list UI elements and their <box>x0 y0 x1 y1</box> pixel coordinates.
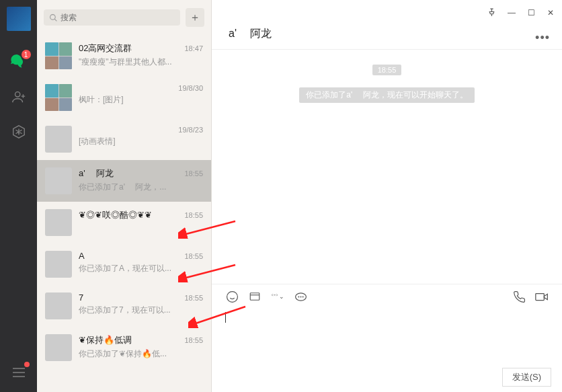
svg-point-5 <box>298 297 298 297</box>
message-area: 18:55 你已添加了a'ゞ 阿龙，现在可以开始聊天了。 <box>212 50 562 284</box>
svg-point-2 <box>227 291 237 302</box>
message-input[interactable] <box>212 309 562 362</box>
chat-time: 19/8/30 <box>178 84 203 92</box>
chat-time: 19/8/23 <box>178 126 203 134</box>
emoji-icon[interactable] <box>225 290 239 303</box>
chat-time: 18:47 <box>184 44 203 52</box>
pin-icon[interactable] <box>488 8 495 19</box>
chat-avatar <box>45 84 72 111</box>
chat-item[interactable]: ❦◎❦咲◎酷◎❦❦18:55 <box>37 202 211 243</box>
close-icon[interactable]: ✕ <box>547 8 554 19</box>
chat-name: 7 <box>79 292 83 303</box>
chat-title: a'ゞ 阿龙 <box>212 27 535 49</box>
chat-time: 18:55 <box>184 169 203 178</box>
svg-rect-8 <box>536 293 545 300</box>
chat-preview: 枫叶：[图片] <box>79 94 203 106</box>
chat-item[interactable]: 19/8/30枫叶：[图片] <box>37 77 211 118</box>
chat-avatar <box>45 126 72 153</box>
chat-time: 18:55 <box>184 294 203 302</box>
chat-item[interactable]: 718:55你已添加了7，现在可以... <box>37 285 211 327</box>
minimize-icon[interactable]: — <box>508 8 516 19</box>
contacts-nav-icon[interactable] <box>9 87 28 106</box>
maximize-icon[interactable]: ☐ <box>528 8 535 19</box>
chat-name: 02高网交流群 <box>79 42 132 54</box>
screenshot-icon[interactable]: ⌄ <box>271 290 284 303</box>
user-avatar[interactable] <box>7 7 31 31</box>
input-toolbar: ⌄ <box>212 284 562 309</box>
hamburger-menu-icon[interactable] <box>9 363 28 382</box>
chat-time: 18:55 <box>184 211 203 219</box>
chat-list: 02高网交流群18:47"瘦瘦瘦"与群里其他人都...19/8/30枫叶：[图片… <box>37 35 211 392</box>
chat-name: ❦◎❦咲◎酷◎❦❦ <box>79 209 152 221</box>
chat-item[interactable]: 19/8/23[动画表情] <box>37 118 211 160</box>
video-call-icon[interactable] <box>535 290 549 303</box>
chat-avatar <box>45 292 72 319</box>
chat-avatar <box>45 334 72 361</box>
menu-badge <box>24 362 30 367</box>
svg-point-1 <box>50 14 56 19</box>
chat-item[interactable]: A18:55你已添加了A，现在可以... <box>37 243 211 285</box>
svg-point-6 <box>300 297 301 297</box>
system-message: 你已添加了a'ゞ 阿龙，现在可以开始聊天了。 <box>299 87 474 103</box>
search-input[interactable] <box>61 13 175 22</box>
send-bar: 发送(S) <box>212 362 562 392</box>
chat-avatar <box>45 209 72 236</box>
chat-name: a'ゞ 阿龙 <box>79 167 114 180</box>
chat-preview: 你已添加了❦保持🔥低... <box>79 348 203 360</box>
chat-avatar <box>45 167 72 194</box>
file-icon[interactable] <box>248 290 262 303</box>
chat-name: A <box>79 251 85 261</box>
chat-sidebar: ＋ 02高网交流群18:47"瘦瘦瘦"与群里其他人都...19/8/30枫叶：[… <box>37 0 212 392</box>
chat-time: 18:55 <box>184 252 203 260</box>
search-icon <box>49 13 58 22</box>
chat-name: ❦保持🔥低调 <box>79 334 132 346</box>
chat-item[interactable]: a'ゞ 阿龙18:55你已添加了a'ゞ 阿龙，... <box>37 160 211 202</box>
left-nav: 1 <box>0 0 37 392</box>
msg-timestamp: 18:55 <box>372 65 402 75</box>
voice-call-icon[interactable] <box>512 290 526 303</box>
chat-preview: 你已添加了7，现在可以... <box>79 305 203 316</box>
chat-preview: [动画表情] <box>79 136 203 147</box>
chat-badge: 1 <box>22 50 31 59</box>
add-button[interactable]: ＋ <box>186 8 204 27</box>
chat-item[interactable]: ❦保持🔥低调18:55你已添加了❦保持🔥低... <box>37 327 211 368</box>
search-bar: ＋ <box>37 0 211 35</box>
chat-preview: 你已添加了A，现在可以... <box>79 263 203 274</box>
chat-time: 18:55 <box>184 336 203 344</box>
title-bar: — ☐ ✕ <box>212 0 562 27</box>
svg-point-0 <box>15 92 19 97</box>
svg-rect-3 <box>250 293 259 301</box>
history-icon[interactable] <box>294 290 307 303</box>
search-box[interactable] <box>44 9 180 26</box>
send-button[interactable]: 发送(S) <box>502 368 551 387</box>
chat-preview: "瘦瘦瘦"与群里其他人都... <box>79 56 203 68</box>
chat-item[interactable]: 02高网交流群18:47"瘦瘦瘦"与群里其他人都... <box>37 35 211 77</box>
favorites-nav-icon[interactable] <box>9 122 28 141</box>
chat-avatar <box>45 251 72 278</box>
main-panel: — ☐ ✕ a'ゞ 阿龙 ••• 18:55 你已添加了a'ゞ 阿龙，现在可以开… <box>212 0 562 392</box>
svg-point-7 <box>303 297 303 297</box>
window-controls: — ☐ ✕ <box>488 8 554 19</box>
chat-nav-icon[interactable]: 1 <box>9 52 28 71</box>
more-icon[interactable]: ••• <box>535 31 550 45</box>
chat-avatar <box>45 42 72 69</box>
chat-preview: 你已添加了a'ゞ 阿龙，... <box>79 182 203 193</box>
